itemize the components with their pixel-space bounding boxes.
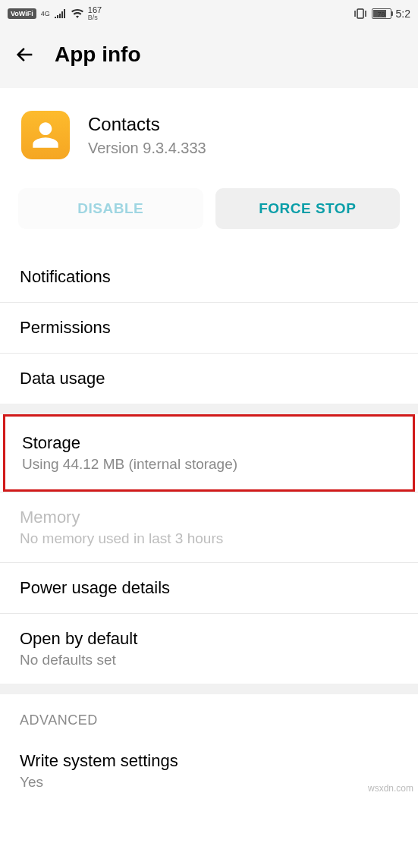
open-by-default-item[interactable]: Open by default No defaults set	[0, 614, 418, 684]
action-button-row: DISABLE FORCE STOP	[0, 175, 418, 252]
signal-bars-icon	[55, 9, 67, 18]
watermark-text: wsxdn.com	[368, 783, 413, 794]
force-stop-button[interactable]: FORCE STOP	[215, 188, 401, 229]
list-item-label: Notifications	[20, 267, 398, 287]
notifications-item[interactable]: Notifications	[0, 252, 418, 303]
list-item-label: Data usage	[20, 369, 398, 388]
memory-item: Memory No memory used in last 3 hours	[0, 492, 418, 563]
power-usage-item[interactable]: Power usage details	[0, 563, 418, 614]
list-item-label: Power usage details	[20, 578, 398, 598]
app-icon	[21, 111, 70, 159]
app-version: Version 9.3.4.333	[88, 140, 206, 157]
list-item-label: Write system settings	[20, 751, 398, 771]
storage-item[interactable]: Storage Using 44.12 MB (internal storage…	[5, 417, 413, 489]
app-name: Contacts	[88, 114, 206, 135]
vibrate-icon	[354, 8, 367, 19]
list-item-label: Storage	[22, 433, 396, 453]
list-item-subtitle: No memory used in last 3 hours	[20, 530, 398, 547]
section-divider	[0, 684, 418, 694]
list-item-label: Memory	[20, 508, 398, 527]
advanced-section-header: ADVANCED	[0, 694, 418, 736]
net-speed: 167 B/s	[88, 6, 102, 21]
status-left-group: VoWiFi 4G 167 B/s	[8, 6, 102, 21]
back-button[interactable]	[14, 43, 36, 66]
vowifi-badge: VoWiFi	[8, 8, 36, 19]
data-usage-item[interactable]: Data usage	[0, 354, 418, 404]
page-title: App info	[55, 42, 141, 67]
app-identity-row: Contacts Version 9.3.4.333	[0, 88, 418, 175]
list-item-subtitle: No defaults set	[20, 652, 398, 668]
arrow-left-icon	[14, 44, 36, 65]
wifi-icon	[71, 9, 83, 18]
contacts-person-icon	[30, 120, 61, 150]
write-system-settings-item[interactable]: Write system settings Yes	[0, 736, 418, 806]
signal-4g-label: 4G	[41, 10, 50, 17]
list-item-label: Open by default	[20, 629, 398, 649]
section-divider	[0, 404, 418, 414]
storage-highlight: Storage Using 44.12 MB (internal storage…	[3, 414, 415, 492]
list-item-label: Permissions	[20, 318, 398, 338]
app-text-group: Contacts Version 9.3.4.333	[88, 114, 206, 157]
battery-icon: 78	[372, 8, 391, 19]
disable-button[interactable]: DISABLE	[18, 188, 203, 229]
status-bar: VoWiFi 4G 167 B/s 78 5:2	[0, 0, 418, 27]
list-item-subtitle: Using 44.12 MB (internal storage)	[22, 456, 396, 473]
permissions-item[interactable]: Permissions	[0, 303, 418, 354]
status-right-group: 78 5:2	[354, 8, 410, 20]
status-time: 5:2	[396, 8, 410, 20]
settings-list: Notifications Permissions Data usage Sto…	[0, 252, 418, 806]
app-bar: App info	[0, 27, 418, 88]
svg-rect-0	[357, 9, 363, 18]
list-item-subtitle: Yes	[20, 774, 398, 791]
